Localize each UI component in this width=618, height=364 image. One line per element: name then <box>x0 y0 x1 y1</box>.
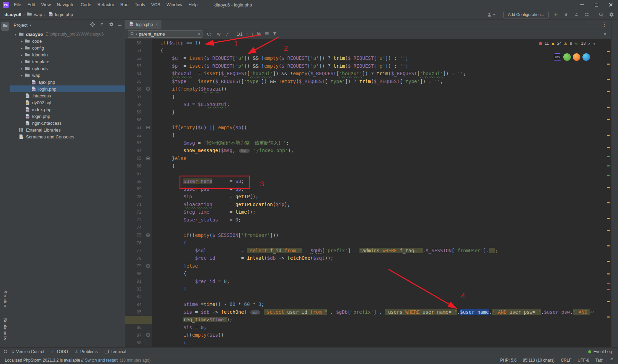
menu-edit[interactable]: Edit <box>24 0 38 10</box>
bookmarks-tool-button[interactable]: Bookmarks <box>3 318 8 340</box>
structure-tool-button[interactable]: Structure <box>3 291 8 309</box>
next-occurrence-icon[interactable]: ↓ <box>251 32 253 37</box>
menu-view[interactable]: View <box>38 0 54 10</box>
previous-occurrence-icon[interactable]: ↑ <box>246 32 248 37</box>
breadcrumb-diaoyu6[interactable]: diaoyu6 <box>3 12 22 17</box>
tree-item-config[interactable]: ▸config <box>10 44 125 51</box>
menu-refactor[interactable]: Refactor <box>94 0 117 10</box>
tree-item-External Libraries[interactable]: External Libraries <box>10 126 125 133</box>
profiler-button[interactable] <box>573 12 579 18</box>
encoding-widget[interactable]: UTF-8 <box>578 358 589 363</box>
tab-close-icon[interactable]: × <box>156 22 158 27</box>
code-line-70[interactable]: 70 $ip = getIP(); <box>125 193 606 201</box>
menu-tools[interactable]: Tools <box>132 0 148 10</box>
caret-position-widget[interactable]: 85:113 (10 chars) <box>523 358 554 363</box>
select-all-occurrences-icon[interactable] <box>257 31 261 37</box>
match-case-toggle[interactable]: Cc <box>206 31 212 37</box>
tool-switcher-grid-icon[interactable] <box>3 349 8 354</box>
code-line-53[interactable]: 53 $p = isset($_REQUEST['p']) && !empty(… <box>125 62 606 70</box>
event-log-button[interactable]: Event Log <box>588 349 615 354</box>
browser-icon-edge[interactable] <box>582 53 590 61</box>
code-line-64[interactable]: 64 show_message($msg, link: '/index.php'… <box>125 147 606 154</box>
tree-expand-arrow[interactable]: ▾ <box>13 32 18 36</box>
words-toggle[interactable]: W <box>216 31 221 37</box>
menu-window[interactable]: Window <box>163 0 185 10</box>
code-line-83[interactable]: 83 <box>125 293 606 301</box>
code-line-85[interactable]: 85 $is = $db -> fetchOne( sql: "select u… <box>125 308 606 316</box>
toolwindow-tab-version-control[interactable]: ⇅Version Control <box>8 348 48 356</box>
code-line-73[interactable]: 73 $user_status = 0; <box>125 216 606 224</box>
menu-help[interactable]: Help <box>185 0 201 10</box>
tree-expand-arrow[interactable]: ▸ <box>19 67 24 70</box>
code-line-82[interactable]: 82 } <box>125 285 606 293</box>
code-line-55[interactable]: 55 $type = isset($_REQUEST['type']) && !… <box>125 78 606 85</box>
breadcrumb-wap[interactable]: wap <box>26 11 43 18</box>
code-line-67[interactable]: 67 <box>125 170 606 178</box>
grid-icon[interactable] <box>583 12 590 18</box>
code-line-74[interactable]: 74 <box>125 224 606 231</box>
code-line-81[interactable]: 81 $rec_id = 0; <box>125 278 606 285</box>
filter-funnel-icon[interactable] <box>273 31 277 37</box>
tree-expand-arrow[interactable]: ▾ <box>19 73 24 77</box>
code-line-69[interactable]: 69 $user_psw = $p; <box>125 185 606 193</box>
tree-item-ldadmin[interactable]: ▸ldadmin <box>10 51 125 58</box>
tree-item-diaoyu6[interactable]: ▾diaoyu6E:\phpstudy_pro\WWW\diaoyu6 <box>10 31 125 38</box>
tree-item-ajax.php[interactable]: phpajax.php <box>10 79 125 85</box>
tree-expand-arrow[interactable]: ▸ <box>19 46 24 50</box>
code-line-66[interactable]: 66 { <box>125 162 606 170</box>
code-line-51[interactable]: 51{ <box>125 47 606 55</box>
menu-file[interactable]: File <box>11 0 24 10</box>
browser-icon-firefox[interactable] <box>573 53 580 61</box>
fold-marker-icon[interactable]: − <box>146 87 150 91</box>
collapse-all-icon[interactable] <box>100 22 104 28</box>
error-stripe-scrollbar[interactable] <box>606 39 611 347</box>
tree-item-nginx.htaccess[interactable]: nginx.htaccess <box>10 120 125 126</box>
close-find-bar-icon[interactable]: × <box>604 31 608 37</box>
code-line-wrap[interactable]: reg_time>$time"); <box>125 316 606 324</box>
project-tool-button[interactable] <box>1 22 9 31</box>
fold-marker-icon[interactable]: − <box>146 233 150 237</box>
open-in-phpstorm-browser-icon[interactable]: PS <box>554 53 561 61</box>
previous-error-chevron-icon[interactable]: ∧ <box>588 42 590 45</box>
tree-item-.htaccess[interactable]: .htaccess <box>10 92 125 99</box>
code-line-71[interactable]: 71 $loacation = getIPLocation($ip); <box>125 201 606 208</box>
code-line-86[interactable]: 86 $is = 0; <box>125 324 606 332</box>
menu-run[interactable]: Run <box>117 0 132 10</box>
code-line-57[interactable]: 57 { <box>125 93 606 101</box>
fold-marker-icon[interactable]: − <box>146 157 150 160</box>
tree-expand-arrow[interactable]: ▸ <box>19 60 24 64</box>
code-line-72[interactable]: 72 $reg_time = time(); <box>125 208 606 216</box>
tab-login-php[interactable]: php login.php × <box>125 20 161 29</box>
tree-item-login.php[interactable]: phplogin.php <box>10 85 125 92</box>
toolwindow-tab-terminal[interactable]: ›Terminal <box>101 348 130 356</box>
code-line-79[interactable]: 79− }else <box>125 262 606 270</box>
run-button[interactable] <box>553 12 559 18</box>
tree-expand-arrow[interactable]: ▸ <box>19 53 24 57</box>
code-line-80[interactable]: 80 { <box>125 270 606 278</box>
browser-icon-green[interactable] <box>563 53 571 61</box>
readonly-lock-icon[interactable] <box>610 360 613 362</box>
tree-item-uploads[interactable]: ▸uploads <box>10 65 125 72</box>
menu-vcs[interactable]: VCS <box>148 0 163 10</box>
toolwindow-tab-problems[interactable]: ⚠Problems <box>71 348 101 356</box>
menu-navigate[interactable]: Navigate <box>54 0 77 10</box>
search-field[interactable]: ▾ × <box>128 30 202 38</box>
code-line-76[interactable]: 76 { <box>125 239 606 247</box>
tree-expand-arrow[interactable]: ▸ <box>19 39 24 43</box>
search-history-chevron-icon[interactable]: ▾ <box>136 32 137 36</box>
code-line-59[interactable]: 59 } <box>125 108 606 116</box>
php-version-widget[interactable]: PHP: 5.6 <box>500 358 516 363</box>
breadcrumb-login.php[interactable]: phplogin.php <box>47 11 74 18</box>
add-configuration-button[interactable]: Add Configuration... <box>503 11 549 18</box>
tree-item-template[interactable]: ▸template <box>10 58 125 65</box>
code-line-52[interactable]: 52 $u = isset($_REQUEST['u']) && !empty(… <box>125 54 606 62</box>
fold-marker-icon[interactable]: − <box>146 126 150 129</box>
clear-search-icon[interactable]: × <box>198 32 200 37</box>
code-line-88[interactable]: 88 { <box>125 339 606 347</box>
tree-item-Scratches and Consoles[interactable]: Scratches and Consoles <box>10 133 125 140</box>
code-line-84[interactable]: 84 $time =time() - 60 * 60 * 3; <box>125 300 606 308</box>
maximize-button[interactable] <box>589 0 604 10</box>
tab-options-kebab-icon[interactable]: ⋮ <box>602 21 611 28</box>
panel-settings-gear-icon[interactable] <box>109 22 114 28</box>
tree-item-wap[interactable]: ▾wap <box>10 72 125 79</box>
